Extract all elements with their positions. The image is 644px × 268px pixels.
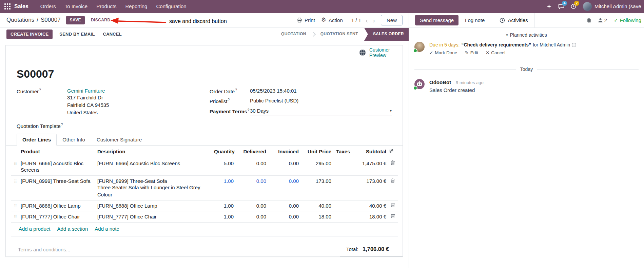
customer-link[interactable]: Gemini Furniture xyxy=(67,88,105,94)
field-customer: Customer? Gemini Furniture 317 Fairchild… xyxy=(17,88,210,116)
pager-previous-icon[interactable]: ‹ xyxy=(363,17,370,24)
activities-clock-icon[interactable]: 2 xyxy=(567,0,580,13)
order-line-row[interactable]: ⠿ [FURN_8888] Office Lamp [FURN_8888] Of… xyxy=(11,200,398,211)
handle-column xyxy=(11,146,19,158)
cell-delivered: 0.00 xyxy=(235,158,268,175)
sparkle-icon[interactable] xyxy=(543,0,555,13)
delete-line-icon[interactable] xyxy=(390,213,395,218)
cross-icon: ✕ xyxy=(486,50,489,56)
sheet-footer: Terms and conditions... Total: 1,706.00 … xyxy=(6,242,403,256)
cell-invoiced: 0.00 xyxy=(268,158,300,175)
field-group: Customer? Gemini Furniture 317 Fairchild… xyxy=(17,88,392,130)
navbar-menu-item[interactable]: To Invoice xyxy=(60,0,92,13)
save-button[interactable]: SAVE xyxy=(66,16,85,25)
cell-handle: ⠿ xyxy=(11,158,19,175)
order-line-row[interactable]: ⠿ [FURN_8999] Three-Seat Sofa [FURN_8999… xyxy=(11,175,398,200)
drag-handle-icon[interactable]: ⠿ xyxy=(13,161,17,167)
info-icon[interactable] xyxy=(572,43,576,47)
quotation-template-input[interactable] xyxy=(67,122,210,130)
user-menu[interactable]: Mitchell Admin (save_discar xyxy=(580,0,644,13)
list-footer-links: Add a product Add a section Add a note xyxy=(11,223,398,236)
add-a-section-link[interactable]: Add a section xyxy=(57,226,88,232)
statusbar-stage[interactable]: QUOTATION xyxy=(278,28,309,41)
navbar-right: 4 2 Mitchell Admin (save_discar xyxy=(543,0,644,13)
navbar-menu-item[interactable]: Configuration xyxy=(152,0,191,13)
tab-order-lines[interactable]: Order Lines xyxy=(17,134,57,146)
payment-terms-input[interactable]: 30 Days ▾ xyxy=(250,108,392,116)
annotation-text: save and discard button xyxy=(169,18,227,25)
table-header-row: Product Description Quantity Delivered I… xyxy=(11,146,398,158)
pager-next-icon[interactable]: › xyxy=(370,17,377,24)
tab-other-info[interactable]: Other Info xyxy=(57,134,91,146)
print-button[interactable]: Print xyxy=(294,16,318,25)
gear-icon: ⚙ xyxy=(321,16,326,24)
pricelist-input[interactable]: Public Pricelist (USD) xyxy=(250,97,392,105)
activities-tab[interactable]: Activities xyxy=(493,13,534,27)
col-invoiced: Invoiced xyxy=(268,146,300,158)
add-a-product-link[interactable]: Add a product xyxy=(19,226,50,232)
drag-handle-icon[interactable]: ⠿ xyxy=(13,215,17,220)
navbar-menu-item[interactable]: Reporting xyxy=(121,0,152,13)
optional-columns-icon xyxy=(389,149,394,153)
cell-handle: ⠿ xyxy=(11,175,19,200)
order-date-input[interactable]: 05/25/2023 15:40:01 xyxy=(250,88,392,95)
cell-handle: ⠿ xyxy=(11,211,19,223)
app-name[interactable]: Sales xyxy=(14,3,28,10)
mark-done-button[interactable]: ✓ Mark Done xyxy=(429,50,457,56)
drag-handle-icon[interactable]: ⠿ xyxy=(13,179,17,185)
total-label: Total: xyxy=(346,246,358,253)
statusbar-stage[interactable]: QUOTATION SENT xyxy=(309,28,361,41)
log-note-button[interactable]: Log note xyxy=(465,17,485,24)
planned-activities-header[interactable]: ▾ Planned activities xyxy=(409,32,644,38)
action-button[interactable]: ⚙ Action xyxy=(318,15,346,25)
drag-handle-icon[interactable]: ⠿ xyxy=(13,204,17,209)
send-message-button[interactable]: Send message xyxy=(415,15,458,26)
messages-badge: 4 xyxy=(562,1,567,6)
apps-grid-icon[interactable] xyxy=(4,3,11,9)
customer-address: 317 Fairchild Dr Fairfield CA 94535 Unit… xyxy=(67,94,210,116)
delete-line-icon[interactable] xyxy=(390,178,395,183)
record-title[interactable]: S00007 xyxy=(17,67,403,81)
paperclip-icon[interactable] xyxy=(586,18,591,23)
terms-and-conditions-field[interactable]: Terms and conditions... xyxy=(18,242,70,253)
cell-quantity: 5.00 xyxy=(213,158,235,175)
discard-button[interactable]: DISCARD xyxy=(91,18,110,23)
messages-icon[interactable]: 4 xyxy=(555,0,567,13)
delete-line-icon[interactable] xyxy=(390,203,395,208)
delete-line-icon[interactable] xyxy=(390,160,395,165)
cell-taxes xyxy=(333,175,356,200)
globe-icon xyxy=(359,49,366,56)
breadcrumb-quotations-link[interactable]: Quotations xyxy=(6,16,34,24)
order-date-label: Order Date? xyxy=(210,88,250,95)
followers-button[interactable]: 2 xyxy=(598,17,607,24)
cancel-activity-button[interactable]: ✕ Cancel xyxy=(486,50,505,56)
pencil-icon: ✎ xyxy=(465,50,468,56)
new-button[interactable]: New xyxy=(381,15,403,26)
order-line-row[interactable]: ⠿ [FURN_7777] Office Chair [FURN_7777] O… xyxy=(11,211,398,223)
cell-product: [FURN_6666] Acoustic Bloc Screens xyxy=(19,158,96,175)
field-quotation-template: Quotation Template? xyxy=(17,122,210,130)
following-button[interactable]: ✓ Following xyxy=(614,17,641,24)
top-navbar: Sales Orders To Invoice Products Reporti… xyxy=(0,0,644,13)
order-line-row[interactable]: ⠿ [FURN_6666] Acoustic Bloc Screens [FUR… xyxy=(11,158,398,175)
statusbar-button[interactable]: CREATE INVOICE xyxy=(6,30,53,39)
cell-unit-price: 40.00 xyxy=(300,200,333,211)
edit-activity-button[interactable]: ✎ Edit xyxy=(465,50,478,56)
statusbar-button[interactable]: SEND BY EMAIL xyxy=(58,30,96,39)
statusbar-button[interactable]: CANCEL xyxy=(102,30,123,39)
add-a-note-link[interactable]: Add a note xyxy=(95,226,119,232)
navbar-menu-item[interactable]: Products xyxy=(92,0,121,13)
customer-preview-button[interactable]: Customer Preview xyxy=(353,45,403,60)
optional-columns-button[interactable] xyxy=(388,146,398,158)
quotation-template-label: Quotation Template? xyxy=(17,122,67,130)
dropdown-caret-icon[interactable]: ▾ xyxy=(390,108,392,113)
statusbar-stage[interactable]: SALES ORDER xyxy=(364,28,409,41)
cell-product: [FURN_8888] Office Lamp xyxy=(19,200,96,211)
tab-customer-signature[interactable]: Customer Signature xyxy=(91,134,148,146)
notebook-tabs: Order Lines Other Info Customer Signatur… xyxy=(6,134,403,146)
activity-due-date: Due in 5 days: xyxy=(429,42,460,48)
cell-subtotal: 40.00 € xyxy=(356,200,388,211)
message-author[interactable]: OdooBot xyxy=(429,79,451,86)
cell-invoiced: 0.00 xyxy=(268,211,300,223)
navbar-menu-item[interactable]: Orders xyxy=(36,0,60,13)
